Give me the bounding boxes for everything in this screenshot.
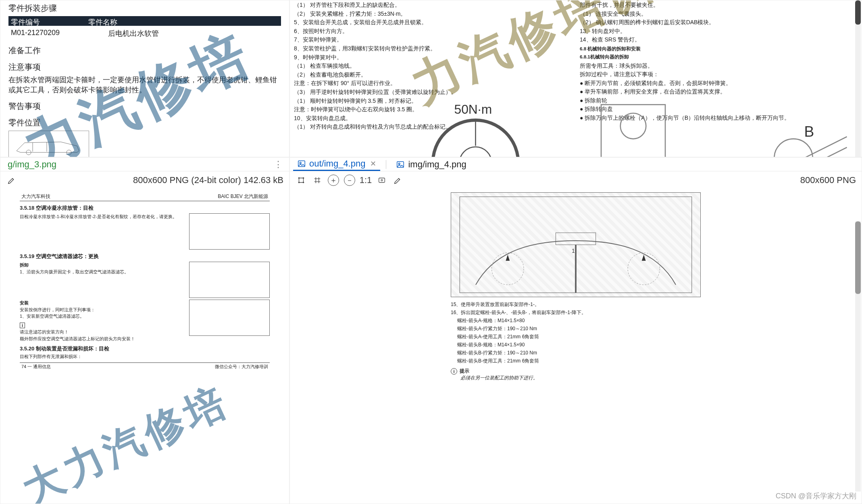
subframe-figure: 1 [451,192,701,297]
doc2-right-line: （2） 确认螺钉周围的榫卡到螺钉盖后安装DAB模块。 [580,19,858,27]
doc2-left-line: 9、时钟弹簧对中。 [294,54,572,62]
doc3-s2-heading: 3.5.19 空调空气滤清器滤芯：更换 [20,253,270,260]
doc3-tip-b: 额外部件应按空调空气滤清器滤芯上标记的箭头方向安装！ [20,335,185,342]
doc3-s3-text-b: 1、安装新空调空气滤清器滤芯。 [20,313,185,320]
image-icon [396,160,405,169]
doc2-left-line: 6、按照时针方向方。 [294,27,572,35]
scrollbar[interactable] [855,0,861,157]
doc4-spec: 螺栓-箭头B-使用工具：21mm 6角套筒 [457,358,701,364]
top-right-document-pane: （1） 对齐管柱下段和滑叉上的缺齿配合。 （2） 安装夹紧螺栓，拧紧力矩：35±… [289,0,862,157]
doc3-figure-2 [189,262,270,298]
doc4-step-15: 15、使用举升装置放置前副车架部件-1-。 [451,301,701,308]
kebab-menu-icon[interactable]: ⋮ [274,159,283,170]
svg-point-23 [381,179,383,181]
doc3-tip-a: 请注意滤芯的安装方向！ [20,329,185,335]
toolbar-right: ＋ － 1:1 800x600 PNG [290,171,862,189]
color-picker-icon[interactable] [6,175,17,186]
svg-rect-14 [298,161,305,167]
vehicle-illustration [8,131,89,157]
svg-marker-29 [506,255,510,261]
tab-out-img4[interactable]: out/img_4.png ✕ [293,158,380,171]
doc2-right-column: 部件有干扰，并且不要被夹住。 （1） 连接安全气囊接头。 （2） 确认螺钉周围的… [580,0,858,157]
scrollbar-thumb[interactable] [855,0,861,25]
doc2-left-line: （3） 用手逆时针旋转时钟弹簧到位置（受弹簧难以旋转为止）。 [294,88,572,96]
tab-bar-right: out/img_4.png ✕ img/img_4.png [290,158,862,171]
tab-label: img/img_4.png [408,159,466,170]
doc3-footer-right: 微信公众号：大力汽修培训 [215,364,268,370]
zoom-out-icon[interactable]: － [344,175,355,186]
watermark-text: 大力汽修培训 [14,356,289,504]
doc4-page: 1 15、使用举升装置放置前副车架部件-1-。 16、拆出固定螺栓-箭头A-、-… [451,192,701,381]
doc2-left-line: 7、安装时钟弹簧。 [294,36,572,44]
doc2-left-line: （1） 对齐管柱下段和滑叉上的缺齿配合。 [294,1,572,9]
doc2-section-h2: 6.8.1机械转向器的拆卸 [580,54,858,60]
svg-marker-30 [642,255,646,261]
grid-icon[interactable] [312,175,323,186]
svg-rect-22 [379,178,385,183]
toolbar-left: 800x600 PNG (24-bit color) 142.63 kB [0,171,289,189]
doc2-left-line: （2） 检查蓄电池负极断开。 [294,71,572,79]
doc1-part-no: M01-21270209 [11,29,60,38]
info-icon: i [20,323,25,328]
doc2-tool-line: 所需专用工具：球头拆卸器。 [580,62,858,70]
page-area-left[interactable]: 大力汽车科技 BAIC BJEV 北汽新能源 3.5.18 空调冷凝水排放管：目… [0,189,289,504]
doc2-right-line: 14、检查 SRS 警告灯。 [580,36,858,44]
image-icon [297,159,306,168]
doc4-tip: i 提示 [451,368,701,375]
doc2-right-line: （1） 连接安全气囊接头。 [580,10,858,18]
svg-line-12 [676,137,847,157]
doc3-s2-text: 1、沿箭头方向拨开固定卡，取出空调空气滤清器滤芯。 [20,269,185,275]
csdn-watermark: CSDN @音乐学家方大刚 [776,491,856,501]
doc1-part-name: 后电机出水软管 [108,29,159,38]
color-picker-icon[interactable] [392,175,404,186]
selection-icon[interactable] [296,175,307,186]
doc4-step-16: 16、拆出固定螺栓-箭头A-、-箭头B-，将前副车架部件-1-降下。 [451,309,701,316]
doc3-page: 大力汽车科技 BAIC BJEV 北汽新能源 3.5.18 空调冷凝水排放管：目… [20,192,270,371]
tab-img4[interactable]: img/img_4.png [392,158,470,171]
svg-point-15 [300,162,301,164]
fit-screen-icon[interactable] [376,175,387,186]
doc1-table-row: M01-21270209 后电机出水软管 [8,27,281,40]
doc2-left-line: 8、安装管柱护盖，用3颗螺钉安装转向管柱护盖并拧紧。 [294,45,572,53]
svg-line-13 [676,147,847,157]
info-icon: i [451,368,457,375]
zoom-in-icon[interactable]: ＋ [328,175,339,186]
svg-point-11 [774,139,812,157]
doc2-left-line: （1） 检查车辆接地线。 [294,62,572,70]
doc2-right-line: 13、转向盘对中。 [580,27,858,35]
doc1-pos-heading: 零件位置 [8,117,281,128]
torque-label: 50N·m [454,102,492,117]
doc4-tip-body: 必须在另一位装配工的协助下进行。 [460,375,701,381]
doc1-notice-body: 在拆装水管两端固定卡箍时，一定要使用水管钳进行拆装，不得使用老虎钳、鲤鱼钳或其它… [8,75,281,95]
doc1-col-b: 零件名称 [88,17,117,25]
doc3-figure-3 [189,300,270,336]
scrollbar[interactable] [855,221,861,492]
doc3-s2-sub: 拆卸 [20,262,185,269]
label-b: B [804,123,814,140]
doc3-logo: BAIC BJEV 北汽新能源 [218,193,268,200]
doc2-right-line: 部件有干扰，并且不要被夹住。 [580,1,858,9]
doc1-title: 零件拆装步骤 [8,3,281,14]
doc3-s3-sub: 安装 [20,300,185,306]
svg-point-17 [399,163,400,165]
tab-img3[interactable]: g/img_3.png [4,158,60,171]
tip-label: 提示 [460,368,469,375]
doc3-figure-1 [189,213,270,250]
doc3-s4-text: 目检下列部件有无泄漏和损坏： [20,353,270,360]
svg-point-10 [620,113,646,139]
svg-rect-16 [397,161,404,167]
doc3-s1-heading: 3.5.18 空调冷凝水排放管：目检 [20,204,270,212]
doc4-spec: 螺栓-箭头B-规格：M14×1.5×90 [457,342,701,348]
doc3-s4-heading: 3.5.20 制动装置是否泄漏和损坏：目检 [20,345,270,352]
top-left-document-pane: 零件拆装步骤 零件编号 零件名称 M01-21270209 后电机出水软管 准备… [0,0,289,157]
doc3-s3-text-a: 安装按倒序进行，同时注意下列事项： [20,306,185,313]
doc1-prep-heading: 准备工作 [8,45,281,56]
close-icon[interactable]: ✕ [370,159,376,168]
scrollbar-thumb[interactable] [855,221,861,294]
doc2-left-line: （2） 安装夹紧螺栓，拧紧力矩：35±3N·m。 [294,10,572,18]
page-area-right[interactable]: 1 15、使用举升装置放置前副车架部件-1-。 16、拆出固定螺栓-箭头A-、-… [290,189,862,504]
doc1-table-header: 零件编号 零件名称 [8,16,281,26]
zoom-reset-button[interactable]: 1:1 [360,175,371,186]
doc4-spec: 螺栓-箭头A-使用工具：21mm 6角套筒 [457,333,701,340]
svg-point-6 [460,147,492,157]
